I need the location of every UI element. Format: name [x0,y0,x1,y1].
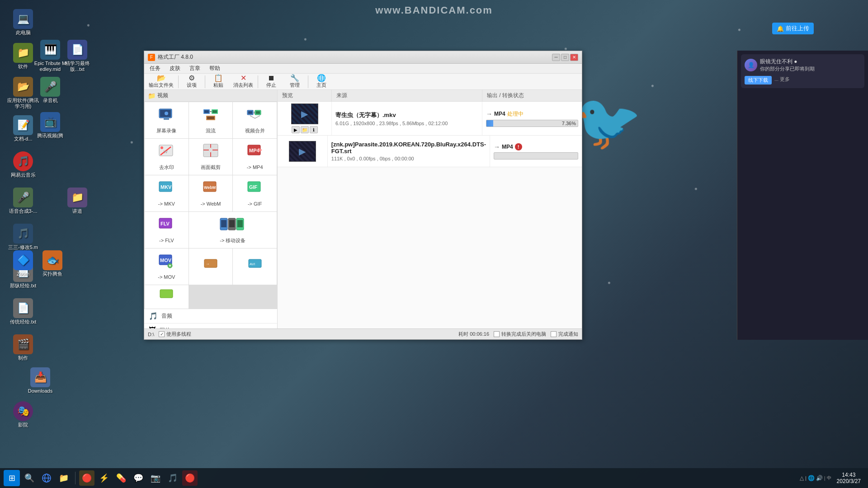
svg-text:W: W [164,150,168,154]
status-convert-complete[interactable]: 转换完成后关闭电脑 [494,331,546,338]
file-source-2: [znk.pw]Parasite.2019.KOREAN.720p.BluRay… [328,136,490,167]
play-btn-1[interactable]: ▶ [292,126,300,133]
sys-icon-1[interactable]: △ [800,475,804,481]
taskbar-app-2[interactable]: ⚡ [96,470,112,486]
taskbar-explorer[interactable]: 📁 [56,470,71,486]
clock-time: 14:43 [837,472,861,478]
menu-lang[interactable]: 言章 [187,64,203,73]
tool-video-merge[interactable]: + 视频合并 [233,102,277,138]
output-format-2: MP4 [502,144,513,150]
toolbar-paste[interactable]: 📋 粘贴 [207,74,230,89]
menu-task[interactable]: 任务 [147,64,163,73]
taskbar-app-3[interactable]: 💊 [113,470,129,486]
desktop-icon-tts[interactable]: 🎤 语音合成3-... [7,188,39,214]
network-icon[interactable]: 🌐 [808,475,815,481]
taskbar-time-area[interactable]: 14:43 2020/3/27 [833,472,864,484]
desktop-icon-study[interactable]: 📄 精学习最终版...txt [61,40,94,72]
toolbar-clear[interactable]: ✕ 消去列表 [231,74,256,89]
bg-bird: 🐦 [574,90,642,154]
taskbar-sep [75,472,75,484]
multithread-checkbox[interactable]: ✓ [159,331,165,337]
clock-date: 2020/3/27 [837,478,861,484]
toolbar-stop[interactable]: ⏹ 停止 [260,74,283,89]
ime-icon[interactable]: 中 [827,475,831,481]
tool-to-mkv[interactable]: MKV -> MKV [145,175,189,211]
toolbar-output-folder[interactable]: 📂 输出文件夹 [146,74,176,89]
svg-rect-3 [164,118,169,120]
categories-list[interactable]: 屏幕录像 [144,102,277,328]
close-button[interactable]: ✕ [570,54,578,61]
tool-remove-watermark[interactable]: W 去水印 [145,139,189,175]
desktop-icon-speech[interactable]: 📁 讲道 [61,188,94,214]
svg-rect-5 [204,110,209,113]
desktop-icon-theater[interactable]: 🎭 影院 [7,401,39,428]
header-preview: 预览 [278,90,332,101]
taskbar-app-6[interactable]: 🎵 [165,470,180,486]
desktop-icon-mypc[interactable]: 💻 此电脑 [7,9,39,36]
taskbar-app-5[interactable]: 📷 [148,470,163,486]
file-meta-2: 111K , 0x0 , 0.00fps , 0bps , 00:00:00 [331,156,486,161]
toolbar-manage[interactable]: 🔧 管理 [283,74,306,89]
maximize-button[interactable]: □ [561,54,569,61]
desktop-icon-tencent-video[interactable]: 📺 腾讯视频(腾 [34,112,66,139]
badge-icon: 🔔 [777,25,784,32]
minimize-button[interactable]: ─ [552,54,560,61]
desktop-icon-netease[interactable]: 🎵 网易云音乐 [7,151,39,178]
left-panel-title: 视频 [157,92,168,99]
tool-to-mobile[interactable]: -> 移动设备 [189,212,277,248]
nav-audio[interactable]: 🎵 音频 [144,309,277,324]
upload-badge[interactable]: 🔔 前往上传 [772,23,814,34]
desktop-icon-make[interactable]: 🎬 制作 [7,334,39,361]
tool-screenshot[interactable]: 画面截剪 [189,139,233,175]
taskbar-app-4[interactable]: 💬 [131,470,146,486]
folder-btn-1[interactable]: 📁 [301,126,309,133]
status-multithread[interactable]: ✓ 使用多线程 [159,331,191,338]
menu-help[interactable]: 帮助 [207,64,223,73]
svg-rect-39 [237,220,243,227]
taskbar-app-7[interactable]: 🔴 [182,470,198,486]
menu-skin[interactable]: 皮肤 [167,64,183,73]
download-button[interactable]: 线下下载 [745,76,772,84]
tool-screen-record[interactable]: 屏幕录像 [145,102,189,138]
taskbar-app-1[interactable]: 🔴 [79,470,94,486]
info-btn-1[interactable]: ℹ [310,126,318,133]
menu-bar: 任务 皮肤 言章 帮助 [144,64,582,74]
window-title: 格式工厂 4.8.0 [158,53,193,61]
tool-to-flv[interactable]: FLV -> FLV [145,212,189,248]
svg-rect-37 [229,220,235,227]
thumb-actions-1: ▶ 📁 ℹ [292,126,318,133]
tool-to-mov[interactable]: MOV -> MOV [145,249,189,285]
nav-image[interactable]: 🖼 图片 [144,324,277,328]
volume-icon[interactable]: 🔊 [816,475,823,481]
tool-extra-2[interactable]: AVI [233,249,277,285]
tool-to-webm[interactable]: WebM -> WebM [189,175,233,211]
taskbar-search[interactable]: 🔍 [22,470,37,486]
audio-icon: 🎵 [149,312,158,320]
status-done-notify[interactable]: 完成通知 [551,331,578,338]
tool-extra-1[interactable]: → [189,249,233,285]
svg-rect-7 [212,110,217,113]
notif-avatar: 👤 [745,59,757,71]
video-tools-grid: 屏幕录像 [144,102,277,309]
desktop-icon-txt2[interactable]: 📄 传统经绘.txt [7,298,39,325]
toolbar-settings[interactable]: ⚙ 设项 [180,74,203,89]
desktop-icon-fish[interactable]: 🐟 买扑腾鱼 [36,250,69,277]
taskbar-browser-ie[interactable] [39,470,54,486]
desktop-icon-downloads[interactable]: 📥 Downloads [24,367,57,394]
toolbar-home[interactable]: 🌐 主页 [310,74,333,89]
convert-complete-checkbox[interactable] [494,331,500,337]
time-label: 耗时 00:06:16 [458,331,489,338]
tool-to-gif[interactable]: GIF -> GIF [233,175,277,211]
desktop-icon-zoom[interactable]: 🔷 Zoom [7,250,39,277]
tool-to-mp4[interactable]: MP4 -> MP4 [233,139,277,175]
done-notify-checkbox[interactable] [551,331,557,337]
tool-extra-3[interactable] [145,285,189,309]
left-panel-header: 📁 视频 [144,90,277,102]
title-bar: F 格式工厂 4.8.0 ─ □ ✕ [144,51,582,64]
sys-icon-2: | [805,475,807,481]
start-button[interactable]: ⊞ [4,470,20,486]
tool-mix[interactable]: 混流 [189,102,233,138]
desktop-icon-recorder[interactable]: 🎤 录音机 [34,77,66,103]
svg-point-2 [165,112,168,115]
more-label[interactable]: ... 更多 [774,76,790,83]
